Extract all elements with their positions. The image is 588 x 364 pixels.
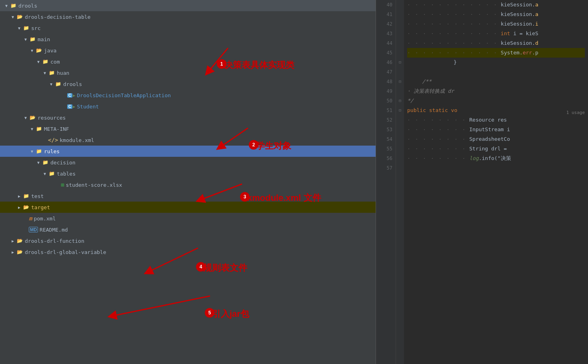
tree-item-drools-decision-table[interactable]: ▼ 📂 drools-decision-table [0, 11, 376, 22]
code-line-50: */ [407, 96, 585, 106]
arrow-ddt[interactable]: ▼ [10, 15, 16, 19]
label-huan: huan [57, 70, 69, 76]
ln-49: 49 [376, 86, 396, 96]
arrow-src[interactable]: ▼ [16, 26, 22, 30]
arrow-huan[interactable]: ▼ [42, 71, 48, 75]
gi-46: ⊟ [396, 58, 404, 67]
gi-52 [396, 115, 404, 125]
xlsx-icon: ⊞ [61, 182, 64, 188]
arrow-java[interactable]: ▼ [29, 48, 35, 53]
tree-item-main[interactable]: ▼ 📁 main [0, 34, 376, 45]
gi-41 [396, 10, 404, 19]
tree-item-target[interactable]: ▶ 📂 target [0, 202, 376, 213]
arrow-test[interactable]: ▶ [16, 194, 22, 198]
label-ddt: drools-decision-table [25, 14, 90, 20]
gi-44 [396, 38, 404, 48]
code-line-45: · · · · · · · · · · · · System.err.p [407, 48, 585, 58]
ln-50: 50 [376, 96, 396, 106]
folder-icon-huan: 📁 [48, 69, 55, 76]
code-line-53: · · · · · · · · InputStream i [407, 125, 585, 134]
tree-item-kmodule[interactable]: </> kmodule.xml [0, 134, 376, 146]
tree-item-tables[interactable]: ▼ 📁 tables [0, 168, 376, 179]
folder-icon-ddt: 📂 [16, 13, 23, 20]
arrow-main[interactable]: ▼ [22, 37, 29, 42]
gi-55 [396, 144, 404, 154]
gi-40 [396, 0, 404, 10]
tree-item-drools-app[interactable]: C ▶ DroolsDecisionTableApplication [0, 90, 376, 101]
tree-item-drl-global[interactable]: ▶ 📂 drools-drl-global-variable [0, 246, 376, 258]
folder-icon-drl-function: 📂 [16, 237, 23, 244]
ln-44: 44 [376, 38, 396, 48]
code-line-47 [407, 67, 585, 77]
label-tables: tables [57, 171, 76, 177]
gi-42 [396, 19, 404, 29]
tree-item-test[interactable]: ▶ 📁 test [0, 190, 376, 202]
label-resources: resources [38, 115, 66, 121]
label-java: java [44, 48, 56, 54]
run-icon-student: ▶ [73, 104, 75, 109]
arrow-drl-global[interactable]: ▶ [10, 250, 16, 254]
code-content[interactable]: · · · · · · · · · · · · kieSession.a · ·… [404, 0, 588, 364]
tree-item-src[interactable]: ▼ 📁 src [0, 22, 376, 34]
java-c-icon-student: C [67, 104, 72, 109]
ln-47: 47 [376, 67, 396, 77]
tree-item-drools-pkg[interactable]: ▼ 📁 drools [0, 78, 376, 90]
tree-item-drl-function[interactable]: ▶ 📂 drools-drl-function [0, 235, 376, 246]
code-line-46: · · · · · · } [407, 58, 585, 67]
tree-item-student[interactable]: C ▶ Student [0, 101, 376, 112]
ln-51: 51 [376, 106, 396, 115]
arrow-decision[interactable]: ▼ [35, 160, 42, 165]
label-drl-global: drools-drl-global-variable [25, 249, 106, 255]
arrow-meta-inf[interactable]: ▼ [29, 127, 35, 131]
code-editor[interactable]: 40 41 42 43 44 45 46 47 48 49 50 51 52 5… [376, 0, 588, 364]
label-com: com [50, 59, 60, 65]
code-gutter: ⊟ ⊟ ⊟ ⊟ [396, 0, 404, 364]
ln-53: 53 [376, 125, 396, 134]
tree-item-readme[interactable]: MD README.md [0, 224, 376, 235]
tree-item-rules[interactable]: ▼ 📁 rules [0, 146, 376, 157]
tree-item-decision[interactable]: ▼ 📁 decision [0, 157, 376, 168]
folder-icon-drl-global: 📂 [16, 248, 23, 256]
arrow-drools-pkg[interactable]: ▼ [48, 82, 54, 86]
folder-icon-tables: 📁 [48, 170, 55, 177]
run-icon-app: ▶ [73, 93, 75, 98]
pom-icon: m [29, 215, 32, 222]
arrow-rules[interactable]: ▼ [29, 149, 35, 154]
code-line-51: public static vo 1 usage [407, 106, 585, 115]
gi-47 [396, 67, 404, 77]
xml-icon-kmodule: </> [48, 137, 58, 143]
tree-item-xlsx[interactable]: ⊞ student-score.xlsx [0, 179, 376, 190]
code-editor-panel: 40 41 42 43 44 45 46 47 48 49 50 51 52 5… [376, 0, 588, 364]
tree-item-meta-inf[interactable]: ▼ 📁 META-INF [0, 123, 376, 134]
arrow-resources[interactable]: ▼ [22, 116, 29, 120]
line-numbers: 40 41 42 43 44 45 46 47 48 49 50 51 52 5… [376, 0, 396, 364]
code-line-56: · · · · · · · · log.info("决策 [407, 154, 585, 163]
code-line-43: · · · · · · · · · · · · int i = kieS [407, 29, 585, 38]
tree-item-pom[interactable]: m pom.xml [0, 213, 376, 224]
tree-container[interactable]: ▼ 📁 drools ▼ 📂 drools-decision-table ▼ 📁… [0, 0, 376, 364]
arrow-target[interactable]: ▶ [16, 205, 22, 210]
file-tree-panel: ▼ 📁 drools ▼ 📂 drools-decision-table ▼ 📁… [0, 0, 376, 364]
gi-54 [396, 134, 404, 144]
ln-52: 52 [376, 115, 396, 125]
label-rules: rules [44, 148, 60, 154]
tree-item-huan[interactable]: ▼ 📁 huan [0, 67, 376, 78]
arrow-drl-function[interactable]: ▶ [10, 239, 16, 243]
folder-icon-rules: 📁 [35, 148, 42, 155]
code-line-54: · · · · · · · · SpreadsheetCo [407, 134, 585, 144]
label-meta-inf: META-INF [44, 126, 69, 132]
code-line-57 [407, 163, 585, 173]
tree-item-java[interactable]: ▼ 📂 java [0, 45, 376, 56]
arrow-tables[interactable]: ▼ [42, 172, 48, 176]
tree-item-resources[interactable]: ▼ 📂 resources [0, 112, 376, 123]
usage-hint: 1 usage [566, 108, 585, 118]
label-target: target [31, 204, 50, 210]
tree-item-drools[interactable]: ▼ 📁 drools [0, 0, 376, 11]
gi-51: ⊟ [396, 106, 404, 115]
tree-item-com[interactable]: ▼ 📁 com [0, 56, 376, 67]
md-icon: MD [29, 227, 38, 232]
arrow-drools[interactable]: ▼ [3, 4, 10, 8]
arrow-com[interactable]: ▼ [35, 60, 42, 64]
ln-55: 55 [376, 144, 396, 154]
label-drools: drools [18, 3, 37, 9]
